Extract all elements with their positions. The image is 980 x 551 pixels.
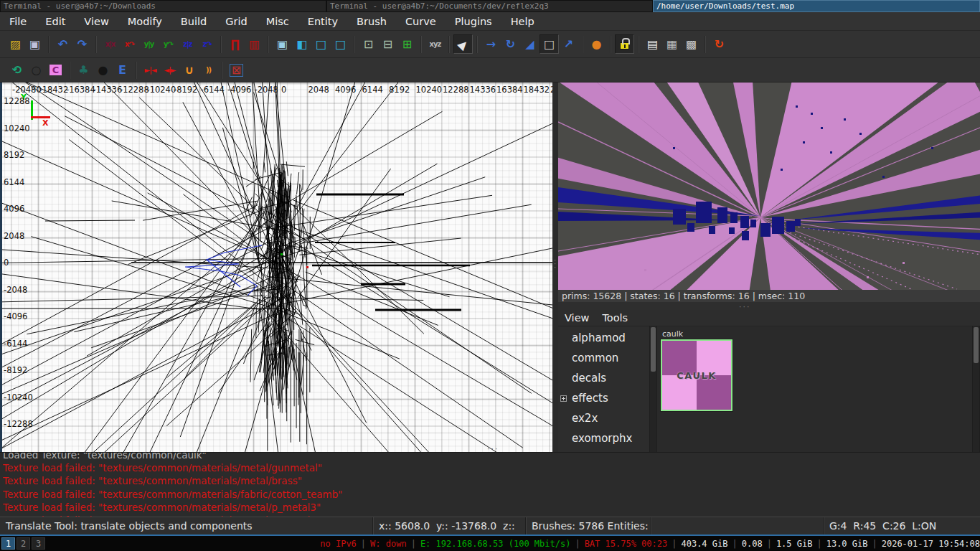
foliage-tool-button[interactable]: ♣ <box>74 60 93 80</box>
patch-cylinder-button[interactable]: ● <box>587 34 606 54</box>
hollow-button[interactable]: ▣ <box>273 34 292 54</box>
3d-preview-viewport[interactable]: prims: 15628 | states: 16 | transforms: … <box>558 83 980 302</box>
color-palette-button[interactable]: C <box>46 60 65 80</box>
texture-lock-button[interactable] <box>615 34 634 54</box>
flip-x-button[interactable]: x|x <box>100 34 120 54</box>
entity-inspector-button[interactable]: ▤ <box>643 34 662 54</box>
entity-drop-button[interactable]: E <box>113 60 132 80</box>
2d-grid-viewport[interactable]: Y X -20480-18432-16384-14336-12288-10240… <box>0 83 552 452</box>
texture-folder-decals[interactable]: decals <box>558 368 649 388</box>
workspace-button-2[interactable]: 2 <box>17 537 30 550</box>
select-inside-button[interactable]: □ <box>331 34 350 54</box>
undo-button[interactable]: ↶ <box>53 34 72 54</box>
fit-horizontal-button[interactable]: ►|◄ <box>141 60 160 80</box>
texture-browser-button[interactable]: ▦ <box>662 34 682 54</box>
console-splitter-handle[interactable]: ··· <box>487 447 499 451</box>
flip-z-button[interactable]: z|z <box>178 34 197 54</box>
expand-plus-icon[interactable] <box>560 395 567 402</box>
clipper-button[interactable]: ◧ <box>292 34 311 54</box>
texture-folder-exomorphx[interactable]: exomorphx <box>558 428 649 448</box>
refresh-models-button[interactable]: ⟲ <box>7 60 27 80</box>
scrollbar-thumb[interactable] <box>974 327 979 363</box>
texture-area-scrollbar[interactable] <box>972 326 980 452</box>
menu-edit[interactable]: Edit <box>36 12 75 31</box>
wm-window-title[interactable]: Terminal - user@a4b7:~/Documents/dev/ref… <box>326 0 653 12</box>
entity-inspector-icon: ▤ <box>647 39 658 50</box>
radiant-editor-window: Terminal - user@a4b7:~/DownloadsTerminal… <box>0 0 980 551</box>
redo-button[interactable]: ↷ <box>72 34 92 54</box>
workspace-button-3[interactable]: 3 <box>32 537 45 550</box>
select-touching-button[interactable]: □ <box>311 34 331 54</box>
translate-mode-button[interactable]: → <box>481 34 501 54</box>
cubic-clip-button[interactable]: ⊞ <box>397 34 417 54</box>
ruler-label-x: -6144 <box>201 85 225 95</box>
menu-grid[interactable]: Grid <box>216 12 256 31</box>
texture-thumbnails-area[interactable]: caulk CAULK <box>657 326 972 452</box>
curve-insert-button[interactable]: )) <box>199 60 218 80</box>
texture-folder-alphamod[interactable]: alphamod <box>558 328 649 348</box>
csg-merge-button[interactable]: ▥ <box>245 34 264 54</box>
workspace-button-1[interactable]: 1 <box>1 537 15 550</box>
refresh-textures-button[interactable]: ↻ <box>710 34 729 54</box>
menu-build[interactable]: Build <box>171 12 216 31</box>
menu-entity[interactable]: Entity <box>298 12 347 31</box>
ruler-label-x: -14336 <box>93 85 123 95</box>
texmenu-view[interactable]: View <box>558 312 595 324</box>
menu-curve[interactable]: Curve <box>396 12 446 31</box>
open-file-icon: ▨ <box>10 39 21 50</box>
background-image-button[interactable]: ○ <box>27 60 46 80</box>
wm-window-title[interactable]: /home/user/Downloads/test.map <box>653 0 980 12</box>
texture-folder-label: common <box>572 352 618 364</box>
save-file-button[interactable]: ▣ <box>25 34 44 54</box>
rotate-y-button[interactable]: y↷ <box>159 34 178 54</box>
patch-cylinder-icon: ● <box>592 39 602 50</box>
wm-window-title[interactable]: Terminal - user@a4b7:~/Downloads <box>0 0 326 12</box>
texture-folder-ex2x[interactable]: ex2x <box>558 408 649 428</box>
menu-file[interactable]: File <box>0 12 36 31</box>
menu-misc[interactable]: Misc <box>257 12 298 31</box>
status-separator: | <box>361 539 366 549</box>
select-box-mode-button[interactable]: □ <box>540 34 559 54</box>
texmenu-tools[interactable]: Tools <box>595 312 634 324</box>
texture-swatch-caulk[interactable]: CAULK <box>661 339 732 411</box>
rotate-mode-button[interactable]: ↻ <box>501 34 520 54</box>
texture-paint-button[interactable]: ▩ <box>682 34 701 54</box>
scale-mode-button[interactable]: ◢ <box>520 34 540 54</box>
texture-view-button[interactable]: ⊟ <box>378 34 397 54</box>
rotate-x-icon: x↷ <box>125 41 134 48</box>
model-tool-button[interactable]: ● <box>93 60 113 80</box>
status-separator: | <box>411 539 416 549</box>
vertical-splitter[interactable]: ··· <box>552 83 558 452</box>
status-item: 2026-01-17 19:54:08 <box>882 539 980 549</box>
ruler-label-x: -12288 <box>120 85 149 95</box>
horizontal-splitter[interactable]: ··· <box>558 302 980 310</box>
curve-bend-button[interactable]: ∪ <box>179 60 199 80</box>
menu-help[interactable]: Help <box>501 12 544 31</box>
ruler-label-x: -2048 <box>255 85 278 95</box>
texture-list-scrollbar[interactable] <box>649 326 657 452</box>
csg-subtract-button[interactable]: ∏ <box>225 34 245 54</box>
open-file-button[interactable]: ▨ <box>6 34 25 54</box>
rotate-z-button[interactable]: z↷ <box>197 34 217 54</box>
fit-vertical-button[interactable]: ◄|► <box>160 60 179 80</box>
texture-name-label: caulk <box>662 329 683 339</box>
rotate-x-button[interactable]: x↷ <box>120 34 139 54</box>
resize-mode-button[interactable]: ↗ <box>559 34 578 54</box>
console-log[interactable]: Loaded Texture: "textures/common/caulk"T… <box>0 452 980 517</box>
caulk-selection-button[interactable]: ⊠ <box>227 60 246 80</box>
horizontal-splitter-handle[interactable]: ··· <box>739 305 751 309</box>
free-rotation-button[interactable]: xyz <box>425 34 445 54</box>
select-arrow-button[interactable]: ▶ <box>453 34 473 54</box>
menu-plugins[interactable]: Plugins <box>446 12 501 31</box>
menu-brush[interactable]: Brush <box>347 12 396 31</box>
flip-y-button[interactable]: y|y <box>139 34 159 54</box>
ruler-label-x: 18432 <box>524 85 550 95</box>
change-views-button[interactable]: ⊡ <box>359 34 378 54</box>
menu-modify[interactable]: Modify <box>118 12 171 31</box>
rotate-mode-icon: ↻ <box>506 39 515 50</box>
scrollbar-thumb[interactable] <box>651 327 656 372</box>
menu-view[interactable]: View <box>75 12 118 31</box>
texture-folder-effects[interactable]: effects <box>558 388 649 408</box>
texture-folder-common[interactable]: common <box>558 348 649 368</box>
vertical-splitter-handle[interactable]: ··· <box>554 258 556 269</box>
